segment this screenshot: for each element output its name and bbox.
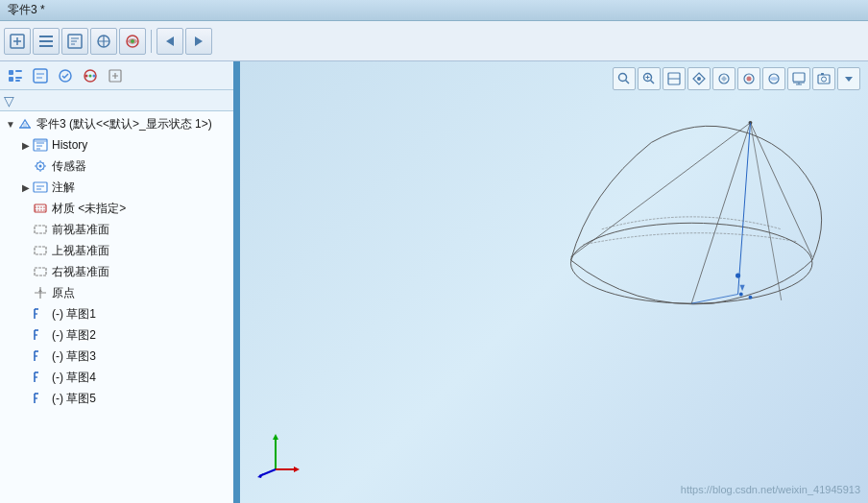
watermark: https://blog.csdn.net/weixin_41945913	[681, 484, 860, 495]
right-plane-label: 右视基准面	[52, 264, 109, 280]
top-plane-icon	[33, 243, 48, 258]
top-plane-toggle-empty	[19, 244, 33, 257]
coordinate-axes	[250, 426, 298, 474]
content-area: ▽ ▼ 零件3 (默认<<默认>_显示状态 1>)	[0, 61, 868, 503]
tree-item-history[interactable]: ▶ History	[0, 134, 233, 156]
svg-marker-63	[740, 285, 745, 291]
svg-line-53	[570, 123, 750, 257]
svg-point-26	[39, 165, 42, 168]
svg-rect-13	[15, 77, 22, 79]
svg-rect-3	[39, 45, 53, 47]
origin-label: 原点	[52, 285, 75, 301]
material-icon	[33, 201, 48, 216]
sketch3-icon	[33, 348, 48, 364]
panel-icon-btn-3[interactable]	[54, 64, 77, 87]
3d-model	[509, 81, 868, 359]
front-plane-icon	[33, 222, 48, 237]
config-manager-button[interactable]	[90, 28, 117, 55]
title-bar: 零件3 *	[0, 0, 868, 21]
origin-icon	[33, 285, 48, 300]
feature-manager-button[interactable]	[33, 28, 60, 55]
sketch1-label: (-) 草图1	[52, 306, 96, 323]
sketch5-label: (-) 草图5	[52, 391, 96, 407]
toolbar	[0, 21, 868, 61]
svg-rect-15	[34, 69, 47, 83]
root-item-label: 零件3 (默认<<默认>_显示状态 1>)	[36, 116, 212, 132]
svg-point-60	[735, 274, 740, 278]
svg-rect-28	[35, 204, 46, 212]
history-icon	[33, 137, 48, 153]
tree-root-item[interactable]: ▼ 零件3 (默认<<默认>_显示状态 1>)	[0, 113, 233, 134]
tree-panel[interactable]: ▼ 零件3 (默认<<默认>_显示状态 1>) ▶	[0, 111, 233, 503]
sketch1-toggle-empty	[19, 307, 33, 321]
new-button[interactable]	[4, 28, 31, 55]
filter-icon: ▽	[4, 93, 14, 108]
tree-toggle-root[interactable]: ▼	[4, 117, 17, 131]
svg-rect-22	[23, 123, 27, 128]
sketch3-label: (-) 草图3	[52, 348, 96, 365]
sketch4-toggle-empty	[19, 371, 33, 384]
sensor-label: 传感器	[52, 158, 86, 175]
svg-line-54	[691, 123, 750, 303]
sketch4-icon	[33, 370, 48, 385]
svg-point-62	[749, 296, 753, 299]
svg-rect-27	[34, 182, 47, 192]
panel-icon-btn-4[interactable]	[79, 64, 102, 87]
history-toggle[interactable]: ▶	[19, 138, 33, 152]
material-label: 材质 <未指定>	[52, 201, 126, 217]
svg-point-52	[570, 223, 811, 303]
window-title: 零件3 *	[8, 2, 45, 18]
tree-item-front-plane[interactable]: 前视基准面	[0, 219, 233, 240]
svg-point-7	[131, 39, 134, 43]
front-plane-toggle-empty	[19, 223, 33, 236]
svg-rect-2	[39, 40, 53, 42]
svg-rect-24	[34, 139, 47, 142]
svg-marker-9	[195, 36, 203, 46]
svg-line-55	[750, 123, 811, 257]
sketch3-toggle-empty	[19, 349, 33, 363]
tree-item-sketch2[interactable]: (-) 草图2	[0, 324, 233, 346]
tree-item-material[interactable]: 材质 <未指定>	[0, 198, 233, 219]
tree-item-sketch1[interactable]: (-) 草图1	[0, 303, 233, 324]
viewport[interactable]: https://blog.csdn.net/weixin_41945913	[240, 61, 868, 503]
annotation-toggle[interactable]: ▶	[19, 180, 33, 194]
origin-toggle-empty	[19, 286, 33, 299]
panel-icon-btn-1[interactable]	[4, 64, 27, 87]
tree-item-origin[interactable]: 原点	[0, 282, 233, 303]
svg-rect-50	[821, 73, 824, 75]
display-manager-button[interactable]	[119, 28, 146, 55]
filter-bar: ▽	[0, 90, 233, 111]
sensor-toggle-empty	[19, 159, 33, 173]
svg-point-18	[85, 74, 88, 77]
nav-left-button[interactable]	[157, 28, 183, 55]
svg-rect-31	[35, 268, 46, 275]
tree-item-right-plane[interactable]: 右视基准面	[0, 261, 233, 282]
tree-item-sketch3[interactable]: (-) 草图3	[0, 346, 233, 367]
tree-item-annotation[interactable]: ▶ 注解	[0, 177, 233, 198]
svg-rect-10	[9, 70, 13, 75]
history-label: History	[52, 138, 87, 152]
material-toggle-empty	[19, 202, 33, 215]
annotation-icon	[33, 180, 48, 195]
panel-icon-btn-5[interactable]	[104, 64, 127, 87]
top-plane-label: 上视基准面	[52, 243, 109, 259]
left-panel: ▽ ▼ 零件3 (默认<<默认>_显示状态 1>)	[0, 61, 235, 503]
svg-point-20	[93, 74, 96, 77]
panel-icon-btn-2[interactable]	[29, 64, 52, 87]
svg-rect-14	[15, 80, 20, 82]
tree-item-sketch4[interactable]: (-) 草图4	[0, 367, 233, 388]
tree-item-top-plane[interactable]: 上视基准面	[0, 240, 233, 261]
main-container: ▽ ▼ 零件3 (默认<<默认>_显示状态 1>)	[0, 21, 868, 503]
tree-item-sketch5[interactable]: (-) 草图5	[0, 388, 233, 409]
svg-rect-30	[35, 247, 46, 254]
tree-item-sensor[interactable]: 传感器	[0, 156, 233, 177]
front-plane-label: 前视基准面	[52, 222, 109, 238]
sketch2-label: (-) 草图2	[52, 327, 96, 344]
svg-point-19	[89, 74, 92, 77]
sketch4-label: (-) 草图4	[52, 370, 96, 386]
nav-right-button[interactable]	[185, 28, 212, 55]
property-manager-button[interactable]	[61, 28, 88, 55]
annotation-label: 注解	[52, 180, 75, 196]
svg-line-56	[750, 123, 781, 300]
right-plane-toggle-empty	[19, 265, 33, 278]
